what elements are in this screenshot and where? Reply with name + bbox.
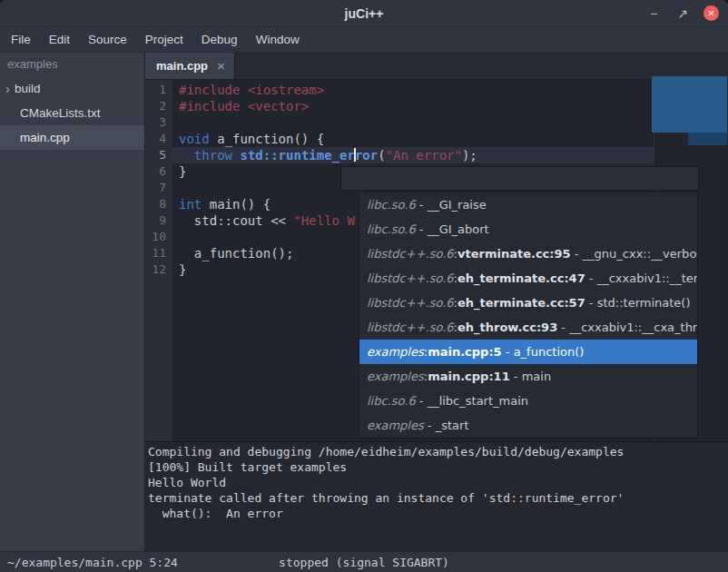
menu-item-source[interactable]: Source: [79, 27, 136, 53]
code-line-4[interactable]: 4void a_function() {: [145, 131, 728, 147]
frame-separator: -: [510, 370, 522, 383]
folder-label: build: [15, 82, 41, 95]
sidebar-header: examples: [0, 53, 144, 76]
terminal-line: terminate called after throwing an insta…: [148, 490, 725, 506]
tab-close-icon[interactable]: ×: [217, 58, 225, 74]
frame-symbol: __cxxabiv1::__cxa_thro: [569, 321, 697, 334]
main-area: examples ›buildCMakeLists.txtmain.cpp ma…: [0, 53, 728, 551]
line-number: 4: [145, 131, 172, 147]
frame-library: examples: [367, 345, 424, 359]
code-text: #include <iostream>: [172, 82, 324, 98]
chevron-right-icon[interactable]: ›: [5, 82, 10, 95]
frame-location: eh_terminate.cc:47: [457, 271, 585, 285]
file-tree: ›buildCMakeLists.txtmain.cpp: [0, 76, 144, 150]
frame-separator: -: [416, 394, 428, 408]
frame-library: libc.so.6: [367, 394, 416, 408]
frame-symbol: std::terminate(): [597, 296, 691, 310]
frame-symbol: __cxxabiv1::__term: [597, 271, 697, 285]
status-bar: ~/examples/main.cpp 5:24 stopped (signal…: [0, 551, 728, 572]
terminal-line: Hello World: [148, 475, 725, 490]
frame-separator: -: [557, 321, 569, 334]
code-line-2[interactable]: 2#include <vector>: [145, 98, 728, 114]
terminal-line: what(): An error: [148, 506, 725, 521]
backtrace-row[interactable]: libstdc++.so.6:eh_terminate.cc:57 - std:…: [359, 291, 697, 315]
menu-item-debug[interactable]: Debug: [192, 27, 247, 53]
line-number: 5: [145, 147, 172, 163]
code-text: [172, 229, 179, 245]
file-label: CMakeLists.txt: [20, 106, 101, 120]
frame-symbol: a_function(): [514, 345, 585, 359]
code-line-5[interactable]: 5 throw std::runtime_error("An error");: [145, 147, 728, 163]
frame-separator: -: [416, 198, 428, 212]
sidebar-item-build[interactable]: ›build: [0, 76, 144, 101]
restore-icon[interactable]: ↗: [674, 5, 691, 22]
line-number: 8: [145, 196, 172, 212]
frame-symbol: __gnu_cxx::__verbos: [583, 247, 697, 261]
frame-location: vterminate.cc:95: [457, 247, 571, 261]
line-number: 10: [145, 229, 172, 245]
line-number: 9: [145, 212, 172, 229]
code-line-1[interactable]: 1#include <iostream>: [145, 82, 728, 98]
tab-bar: main.cpp×: [145, 53, 728, 80]
frame-library: libstdc++.so.6: [367, 321, 454, 334]
frame-library: examples: [367, 419, 424, 432]
frame-separator: -: [585, 296, 597, 310]
frame-location: eh_terminate.cc:57: [457, 296, 585, 310]
code-text: std::cout << "Hello W: [172, 212, 355, 229]
menu-item-edit[interactable]: Edit: [40, 27, 79, 53]
tooltip-box: [340, 166, 699, 191]
line-number: 7: [145, 180, 172, 196]
code-text: #include <vector>: [172, 98, 309, 114]
overlay-box-dark: [688, 133, 727, 145]
code-text: void a_function() {: [172, 131, 324, 147]
terminal-output[interactable]: Compiling and debugging /home/eidheim/ex…: [145, 441, 728, 551]
file-label: main.cpp: [20, 131, 70, 144]
frame-library: libc.so.6: [367, 222, 416, 236]
title-bar: juCi++ − ↗ ×: [0, 0, 728, 27]
backtrace-row[interactable]: libc.so.6 - __GI_raise: [359, 192, 697, 217]
backtrace-row[interactable]: examples:main.cpp:11 - main: [359, 364, 697, 389]
code-text: [172, 180, 179, 196]
line-number: 12: [145, 261, 172, 278]
frame-separator: -: [424, 419, 436, 432]
menu-bar: FileEditSourceProjectDebugWindow: [0, 27, 728, 53]
backtrace-row[interactable]: libstdc++.so.6:eh_throw.cc:93 - __cxxabi…: [359, 315, 697, 340]
backtrace-row[interactable]: libc.so.6 - __libc_start_main: [359, 389, 697, 413]
backtrace-row[interactable]: libstdc++.so.6:eh_terminate.cc:47 - __cx…: [359, 266, 697, 291]
menu-item-project[interactable]: Project: [136, 27, 192, 53]
frame-symbol: __GI_abort: [428, 222, 489, 236]
frame-location: main.cpp:5: [428, 345, 502, 359]
code-text: throw std::runtime_error("An error");: [172, 147, 654, 163]
status-debug-state: stopped (signal SIGABRT): [279, 556, 449, 569]
backtrace-row[interactable]: examples:main.cpp:5 - a_function(): [359, 340, 697, 364]
close-icon[interactable]: ×: [703, 5, 719, 21]
frame-separator: -: [571, 247, 583, 261]
app-window: juCi++ − ↗ × FileEditSourceProjectDebugW…: [0, 0, 728, 572]
frame-separator: -: [416, 222, 428, 236]
frame-separator: -: [585, 271, 597, 285]
line-number: 6: [145, 163, 172, 180]
frame-symbol: __GI_raise: [428, 198, 487, 212]
frame-library: libc.so.6: [367, 198, 416, 212]
frame-location: main.cpp:11: [428, 370, 510, 383]
backtrace-row[interactable]: libstdc++.so.6:vterminate.cc:95 - __gnu_…: [359, 242, 697, 266]
frame-library: examples: [367, 370, 424, 383]
minimize-icon[interactable]: −: [645, 5, 662, 22]
overlay-box: [652, 76, 727, 133]
sidebar-item-cmakelists-txt[interactable]: CMakeLists.txt: [0, 101, 144, 125]
backtrace-row[interactable]: libc.so.6 - __GI_abort: [359, 217, 697, 242]
code-text: [172, 114, 179, 131]
line-number: 3: [145, 114, 172, 131]
tab-main-cpp[interactable]: main.cpp×: [145, 53, 235, 79]
window-controls: − ↗ ×: [645, 0, 719, 26]
menu-item-window[interactable]: Window: [247, 27, 309, 53]
code-line-3[interactable]: 3: [145, 114, 728, 131]
code-text: }: [172, 163, 186, 180]
terminal-line: Compiling and debugging /home/eidheim/ex…: [148, 444, 725, 459]
menu-item-file[interactable]: File: [2, 27, 40, 53]
frame-symbol: main: [522, 370, 551, 383]
code-text: int main() {: [172, 196, 271, 212]
backtrace-row[interactable]: examples - _start: [359, 413, 697, 438]
line-number: 11: [145, 245, 172, 261]
sidebar-item-main-cpp[interactable]: main.cpp: [0, 125, 144, 150]
